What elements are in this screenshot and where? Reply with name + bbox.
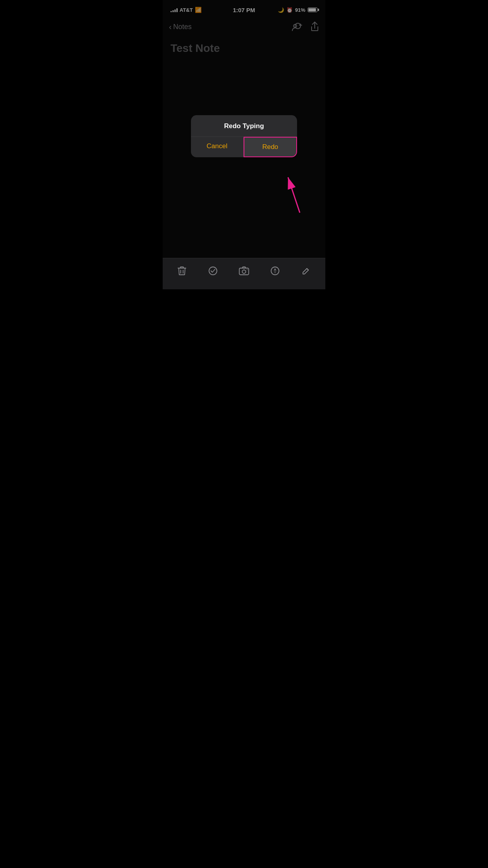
dialog-title: Redo Typing: [199, 122, 289, 130]
redo-button[interactable]: Redo: [244, 137, 297, 157]
dialog-buttons: Cancel Redo: [191, 137, 297, 157]
svg-marker-12: [274, 271, 276, 274]
compose-button[interactable]: [297, 262, 315, 280]
svg-rect-7: [239, 268, 249, 275]
check-button[interactable]: [204, 262, 222, 280]
location-button[interactable]: [266, 262, 284, 280]
dialog-overlay: Redo Typing Cancel Redo: [163, 0, 325, 289]
svg-point-9: [247, 269, 248, 270]
svg-point-8: [242, 270, 246, 274]
camera-button[interactable]: [235, 262, 253, 280]
screen: AT&T 📶 1:07 PM 🌙 ⏰ 91% ‹ Notes: [163, 0, 325, 289]
dialog-title-section: Redo Typing: [191, 115, 297, 137]
bottom-toolbar: [163, 258, 325, 289]
trash-button[interactable]: [173, 262, 191, 280]
cancel-button[interactable]: Cancel: [191, 137, 244, 157]
svg-marker-11: [274, 268, 276, 271]
redo-dialog: Redo Typing Cancel Redo: [191, 115, 297, 157]
svg-point-6: [209, 267, 217, 275]
